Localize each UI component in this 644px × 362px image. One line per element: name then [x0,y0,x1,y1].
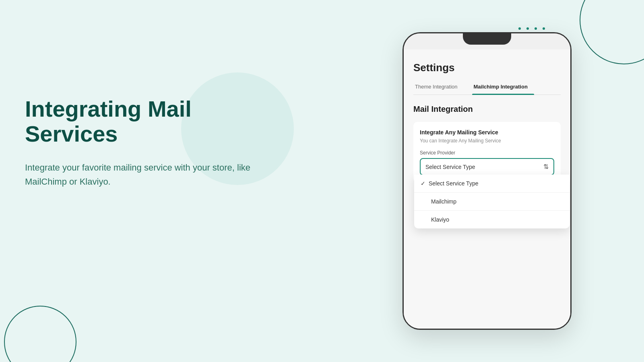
phone-screen: Settings Theme Integration Mailchimp Int… [404,33,570,329]
dropdown-item-select-service-type[interactable]: ✓ Select Service Type [414,175,570,193]
settings-title: Settings [413,62,561,74]
check-icon: ✓ [421,180,425,187]
service-provider-label: Service Provider [420,150,554,156]
phone-notch [463,33,511,45]
dropdown-item-klaviyo[interactable]: Klaviyo [414,211,570,228]
card-description: You can Integrate Any Mailing Service [420,138,554,144]
dropdown-item-mailchimp[interactable]: Mailchimp [414,193,570,211]
phone-frame: Settings Theme Integration Mailchimp Int… [402,32,572,330]
left-content: Integrating Mail Services Integrate your… [25,97,250,189]
decorative-circle-top-right [580,0,644,64]
phone-mockup: Settings Theme Integration Mailchimp Int… [402,32,572,330]
dropdown-menu: ✓ Select Service Type Mailchimp Klaviyo [414,175,570,228]
card-title: Integrate Any Mailing Service [420,129,554,136]
section-title: Mail Integration [413,105,561,114]
main-heading: Integrating Mail Services [25,97,250,146]
integration-card: Integrate Any Mailing Service You can In… [413,122,561,183]
tab-mailchimp-integration[interactable]: Mailchimp Integration [472,80,534,95]
screen-inner: Settings Theme Integration Mailchimp Int… [404,49,570,329]
decorative-circle-bottom-left [4,306,76,362]
chevron-icon: ⇅ [543,163,549,171]
tab-theme-integration[interactable]: Theme Integration [413,80,464,95]
sub-text: Integrate your favorite mailing service … [25,160,250,189]
tabs-row: Theme Integration Mailchimp Integration [413,80,561,95]
select-value: Select Service Type [425,164,475,170]
service-type-select[interactable]: Select Service Type ⇅ ✓ Select Service T… [420,158,554,175]
